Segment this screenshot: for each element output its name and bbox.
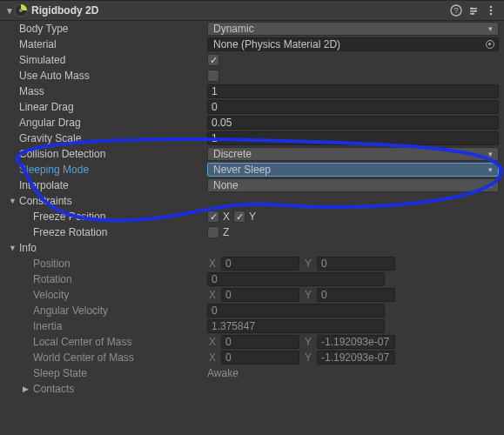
svg-text:?: ? bbox=[454, 6, 458, 15]
rigidbody2d-icon bbox=[14, 3, 28, 17]
constraints-row: ▼Constraints bbox=[0, 193, 504, 209]
info-rotation-row: Rotation 0 bbox=[0, 271, 504, 287]
info-local-com-y: -1.192093e-07 bbox=[317, 335, 395, 349]
component-header[interactable]: ▼ Rigidbody 2D ? bbox=[0, 0, 504, 21]
gravity-scale-label: Gravity Scale bbox=[5, 132, 207, 144]
body-type-label: Body Type bbox=[5, 23, 207, 35]
info-foldout[interactable]: ▼Info bbox=[5, 242, 37, 254]
info-velocity-y: 0 bbox=[317, 288, 395, 302]
info-inertia-value: 1.375847 bbox=[207, 319, 385, 333]
help-icon[interactable]: ? bbox=[448, 3, 464, 18]
axis-y: Y bbox=[303, 289, 313, 301]
info-rotation-value: 0 bbox=[207, 272, 385, 286]
info-sleep-state-label: Sleep State bbox=[5, 367, 207, 379]
axis-y: Y bbox=[303, 336, 313, 348]
interpolate-label: Interpolate bbox=[5, 179, 207, 191]
freeze-position-y-checkbox[interactable] bbox=[233, 211, 245, 223]
mass-row: Mass 1 bbox=[0, 84, 504, 99]
angular-drag-row: Angular Drag 0.05 bbox=[0, 115, 504, 130]
freeze-rotation-z-checkbox[interactable] bbox=[207, 226, 219, 238]
collision-detection-label: Collision Detection bbox=[5, 148, 207, 160]
info-world-com-row: World Center of Mass X 0 Y -1.192093e-07 bbox=[0, 350, 504, 365]
linear-drag-input[interactable]: 0 bbox=[207, 100, 499, 114]
info-row: ▼Info bbox=[0, 240, 504, 256]
info-local-com-row: Local Center of Mass X 0 Y -1.192093e-07 bbox=[0, 334, 504, 350]
sleeping-mode-label: Sleeping Mode bbox=[5, 164, 207, 176]
foldout-toggle[interactable]: ▼ bbox=[5, 6, 14, 16]
svg-point-1 bbox=[19, 9, 23, 12]
svg-point-12 bbox=[490, 13, 493, 16]
axis-x: X bbox=[207, 351, 218, 364]
info-world-com-y: -1.192093e-07 bbox=[317, 351, 395, 365]
menu-icon[interactable] bbox=[483, 3, 499, 18]
info-position-label: Position bbox=[5, 258, 207, 270]
axis-y-label: Y bbox=[249, 211, 256, 223]
collision-detection-row: Collision Detection Discrete bbox=[0, 146, 504, 162]
info-velocity-row: Velocity X 0 Y 0 bbox=[0, 287, 504, 303]
use-auto-mass-checkbox[interactable] bbox=[207, 70, 219, 82]
material-field[interactable]: None (Physics Material 2D) bbox=[207, 37, 499, 51]
svg-point-7 bbox=[471, 8, 473, 10]
constraints-foldout[interactable]: ▼Constraints bbox=[5, 195, 72, 207]
info-inertia-row: Inertia 1.375847 bbox=[0, 318, 504, 334]
axis-y: Y bbox=[303, 351, 313, 364]
mass-input[interactable]: 1 bbox=[207, 84, 499, 98]
gravity-scale-row: Gravity Scale 1 bbox=[0, 130, 504, 146]
axis-y: Y bbox=[303, 258, 313, 270]
svg-point-8 bbox=[474, 10, 476, 12]
chevron-down-icon: ▼ bbox=[9, 244, 17, 252]
chevron-right-icon: ▶ bbox=[23, 385, 31, 393]
simulated-checkbox[interactable] bbox=[207, 54, 219, 66]
sleeping-mode-dropdown[interactable]: Never Sleep bbox=[207, 163, 499, 177]
info-angular-velocity-row: Angular Velocity 0 bbox=[0, 303, 504, 318]
svg-point-9 bbox=[472, 13, 474, 15]
info-position-row: Position X 0 Y 0 bbox=[0, 256, 504, 271]
component-title: Rigidbody 2D bbox=[31, 4, 98, 17]
gravity-scale-input[interactable]: 1 bbox=[207, 131, 499, 145]
info-local-com-label: Local Center of Mass bbox=[5, 336, 207, 348]
axis-x: X bbox=[207, 258, 218, 270]
linear-drag-row: Linear Drag 0 bbox=[0, 99, 504, 115]
freeze-rotation-label: Freeze Rotation bbox=[5, 226, 207, 238]
freeze-position-x-checkbox[interactable] bbox=[207, 211, 219, 223]
axis-x-label: X bbox=[223, 211, 230, 223]
info-contacts-row: ▶Contacts bbox=[0, 381, 504, 397]
simulated-label: Simulated bbox=[5, 54, 207, 66]
angular-drag-input[interactable]: 0.05 bbox=[207, 116, 499, 130]
info-world-com-x: 0 bbox=[221, 351, 299, 365]
info-position-y: 0 bbox=[317, 257, 395, 271]
axis-z-label: Z bbox=[223, 226, 229, 238]
contacts-foldout[interactable]: ▶Contacts bbox=[5, 383, 74, 395]
collision-detection-dropdown[interactable]: Discrete bbox=[207, 147, 499, 161]
sleeping-mode-row: Sleeping Mode Never Sleep bbox=[0, 162, 504, 177]
linear-drag-label: Linear Drag bbox=[5, 101, 207, 113]
preset-icon[interactable] bbox=[466, 3, 481, 18]
interpolate-row: Interpolate None bbox=[0, 177, 504, 193]
info-sleep-state-value: Awake bbox=[207, 367, 239, 379]
svg-point-11 bbox=[490, 10, 493, 12]
object-picker-icon[interactable] bbox=[486, 40, 494, 49]
material-label: Material bbox=[5, 38, 207, 50]
info-position-x: 0 bbox=[221, 257, 299, 271]
mass-label: Mass bbox=[5, 85, 207, 97]
simulated-row: Simulated bbox=[0, 52, 504, 68]
info-velocity-x: 0 bbox=[221, 288, 299, 302]
angular-drag-label: Angular Drag bbox=[5, 117, 207, 129]
use-auto-mass-label: Use Auto Mass bbox=[5, 70, 207, 82]
freeze-position-row: Freeze Position X Y bbox=[0, 209, 504, 224]
axis-x: X bbox=[207, 289, 218, 301]
axis-x: X bbox=[207, 336, 218, 348]
info-velocity-label: Velocity bbox=[5, 289, 207, 301]
svg-point-10 bbox=[490, 6, 493, 9]
info-angular-velocity-label: Angular Velocity bbox=[5, 304, 207, 317]
info-inertia-label: Inertia bbox=[5, 320, 207, 332]
freeze-position-label: Freeze Position bbox=[5, 211, 207, 223]
material-row: Material None (Physics Material 2D) bbox=[0, 37, 504, 52]
info-world-com-label: World Center of Mass bbox=[5, 351, 207, 364]
interpolate-dropdown[interactable]: None bbox=[207, 178, 499, 192]
info-rotation-label: Rotation bbox=[5, 273, 207, 285]
body-type-dropdown[interactable]: Dynamic bbox=[207, 22, 499, 36]
info-sleep-state-row: Sleep State Awake bbox=[0, 365, 504, 381]
info-local-com-x: 0 bbox=[221, 335, 299, 349]
chevron-down-icon: ▼ bbox=[9, 197, 17, 205]
